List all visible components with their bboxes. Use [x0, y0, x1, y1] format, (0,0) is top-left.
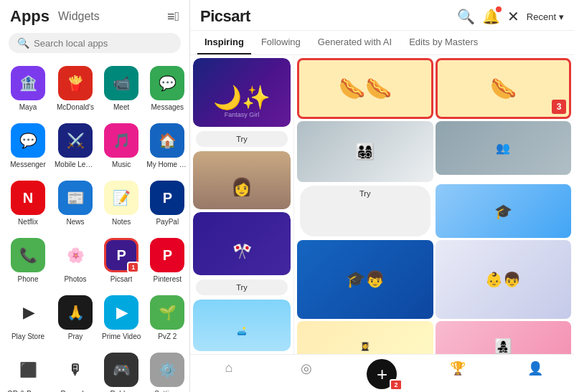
- app-icon-mcdonalds: 🍟: [58, 66, 93, 100]
- app-icon-pray: 🙏: [58, 295, 93, 330]
- app-item-phone[interactable]: 📞 Phone: [4, 234, 52, 288]
- nav-search[interactable]: ◎: [268, 359, 345, 389]
- app-label-music: Music: [112, 161, 131, 169]
- app-label-news: News: [66, 218, 84, 226]
- app-item-picsart[interactable]: P 1 Picsart: [99, 234, 144, 288]
- app-drawer: Apps Widgets ≡⃝ 🔍 🏦 Maya 🍟 McDonald's 📹 …: [0, 0, 190, 392]
- search-bar[interactable]: 🔍: [9, 33, 181, 53]
- tab-inspiring[interactable]: Inspiring: [197, 31, 251, 54]
- feed-card-anime[interactable]: 🎌: [193, 212, 291, 275]
- app-item-pinterest[interactable]: P Pinterest: [144, 234, 189, 288]
- feed-card-kids[interactable]: 👶👦: [436, 240, 572, 319]
- app-icon-picsart: P 1: [104, 238, 138, 272]
- app-icon-recorder: 🎙: [58, 353, 93, 387]
- app-label-paypal: PayPal: [156, 218, 179, 226]
- app-item-mcdonalds[interactable]: 🍟 McDonald's: [52, 62, 99, 116]
- app-item-pray[interactable]: 🙏 Pray: [52, 291, 99, 345]
- profile-icon: 👤: [527, 360, 543, 376]
- app-item-roblox[interactable]: 🎮 Roblox: [99, 348, 144, 392]
- app-label-pinterest: Pinterest: [154, 275, 182, 284]
- search-icon: 🔍: [17, 37, 29, 49]
- app-item-mobilelegends[interactable]: ⚔️ Mobile Legends:: [52, 119, 99, 173]
- home-icon: ⌂: [225, 360, 232, 376]
- app-item-photos[interactable]: 🌸 Photos: [52, 234, 99, 288]
- picsart-header: Picsart 🔍 🔔 ✕ Recent ▾: [190, 0, 574, 31]
- recent-label: Recent: [527, 11, 556, 22]
- feed-card-girl[interactable]: 👩: [193, 151, 291, 209]
- nav-trophy[interactable]: 🏆: [419, 359, 497, 389]
- app-label-pray: Pray: [68, 333, 83, 341]
- app-item-messages[interactable]: 💬 Messages: [144, 62, 189, 116]
- app-label-mcdonalds: McDonald's: [57, 103, 94, 112]
- app-item-settings[interactable]: ⚙️ Settings: [144, 348, 189, 392]
- chevron-down-icon: ▾: [559, 11, 564, 22]
- app-icon-messages: 💬: [150, 66, 184, 100]
- search-nav-icon: ◎: [301, 360, 312, 376]
- app-item-recorder[interactable]: 🎙 Recorder: [52, 348, 99, 392]
- app-label-messenger: Messenger: [10, 161, 45, 169]
- picsart-tabs: InspiringFollowingGenerated with AIEdits…: [190, 31, 574, 55]
- feed-card-group[interactable]: 👩‍👧‍👦: [436, 321, 572, 354]
- notification-icon[interactable]: 🔔: [482, 8, 500, 25]
- app-icon-messenger: 💬: [11, 123, 45, 158]
- app-label-notes: Notes: [112, 218, 131, 226]
- nav-profile[interactable]: 👤: [497, 359, 574, 389]
- feed-card-family[interactable]: 👨‍👩‍👧‍👦: [297, 121, 433, 182]
- app-label-pvz: PvZ 2: [158, 333, 177, 341]
- app-label-playstore: Play Store: [11, 333, 44, 341]
- app-item-meet[interactable]: 📹 Meet: [99, 62, 144, 116]
- app-item-maya[interactable]: 🏦 Maya: [4, 62, 52, 116]
- badge-2: 2: [390, 379, 402, 391]
- app-item-primevideo[interactable]: ▶ Prime Video: [99, 291, 144, 345]
- app-label-netflix: Netflix: [18, 218, 38, 226]
- feed-card-blur[interactable]: 👥: [436, 121, 572, 175]
- recent-button[interactable]: Recent ▾: [527, 11, 564, 22]
- tab-following[interactable]: Following: [254, 31, 308, 54]
- search-icon[interactable]: 🔍: [457, 8, 475, 25]
- picsart-bottom-nav: ⌂ ◎ + 2 🏆 👤: [190, 354, 574, 392]
- app-icon-pvz: 🌱: [150, 295, 184, 330]
- try-button-1[interactable]: Try: [196, 131, 288, 147]
- app-label-mobilelegends: Mobile Legends:: [55, 161, 96, 169]
- app-item-messenger[interactable]: 💬 Messenger: [4, 119, 52, 173]
- app-icon-settings: ⚙️: [150, 353, 184, 387]
- feed-card-graduates[interactable]: 🎓👦: [297, 240, 433, 319]
- app-label-primevideo: Prime Video: [102, 333, 141, 341]
- feed-card-fantasy[interactable]: 🌙✨ Fantasy Girl: [193, 58, 291, 127]
- app-item-paypal[interactable]: P PayPal: [144, 176, 189, 231]
- app-item-netflix[interactable]: N Netflix: [4, 176, 52, 231]
- app-icon-myhomecredit: 🏠: [150, 123, 184, 158]
- nav-add-wrapper: + 2: [345, 359, 420, 389]
- feed-card-hotdog-selected[interactable]: 🌭 3: [436, 58, 572, 119]
- feed-card-couch[interactable]: 🛋️: [193, 300, 291, 351]
- try-button-right[interactable]: Try: [300, 186, 430, 236]
- feed-left: 🌙✨ Fantasy Girl Try 👩 🎌 Try 🛋️: [190, 55, 294, 354]
- app-icon-playstore: ▶: [11, 295, 45, 330]
- app-item-playstore[interactable]: ▶ Play Store: [4, 291, 52, 345]
- tab-edits[interactable]: Edits by Masters: [402, 31, 485, 54]
- feed-card-students[interactable]: 🎓: [436, 184, 572, 238]
- nav-home[interactable]: ⌂: [190, 359, 268, 389]
- close-icon[interactable]: ✕: [507, 8, 519, 25]
- app-item-music[interactable]: 🎵 Music: [99, 119, 144, 173]
- tab-generated[interactable]: Generated with AI: [311, 31, 399, 54]
- app-label-phone: Phone: [18, 275, 39, 284]
- try-button-2[interactable]: Try: [196, 279, 288, 295]
- app-label-picsart: Picsart: [110, 275, 133, 284]
- menu-icon[interactable]: ≡⃝: [167, 9, 179, 24]
- app-item-qr[interactable]: ⬛ QR & Barcode Sc...: [4, 348, 52, 392]
- widgets-tab[interactable]: Widgets: [58, 10, 100, 23]
- feed-card-teen[interactable]: 👩‍🎓: [297, 321, 433, 354]
- apps-title: Apps: [10, 7, 50, 26]
- app-item-news[interactable]: 📰 News: [52, 176, 99, 231]
- feed-card-hotdog[interactable]: 🌭🌭: [297, 58, 433, 119]
- app-badge-picsart: 1: [127, 262, 139, 273]
- app-item-myhomecredit[interactable]: 🏠 My Home Credit: [144, 119, 189, 173]
- app-item-notes[interactable]: 📝 Notes: [99, 176, 144, 231]
- app-label-meet: Meet: [113, 103, 129, 112]
- notif-dot: [496, 6, 502, 12]
- picsart-content: 🌙✨ Fantasy Girl Try 👩 🎌 Try 🛋️: [190, 55, 574, 354]
- app-item-pvz[interactable]: 🌱 PvZ 2: [144, 291, 189, 345]
- search-input[interactable]: [34, 38, 172, 49]
- app-icon-primevideo: ▶: [104, 295, 138, 330]
